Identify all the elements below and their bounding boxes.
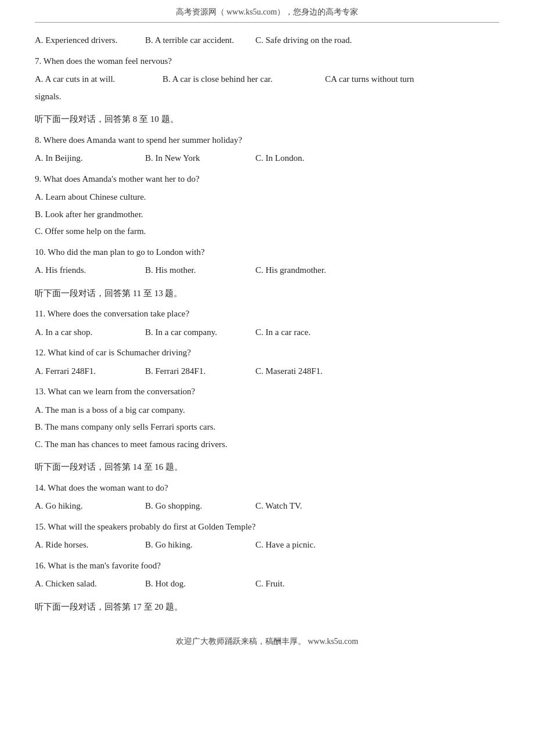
option-col3: CA car turns without turn [325,72,414,87]
options-row: A. Ferrari 248F1.B. Ferrari 284F1.C. Mas… [35,364,499,379]
option-col1: A. A car cuts in at will. [35,72,151,87]
option-2: C. Maserati 248F1. [255,364,348,379]
option-1: B. In New York [145,151,238,166]
single-option: A. The man is a boss of a big car compan… [35,403,499,418]
footer-text: 欢迎广大教师踊跃来稿，稿酬丰厚。 www.ks5u.com [176,637,358,646]
options-row: A. Chicken salad.B. Hot dog.C. Fruit. [35,577,499,592]
question-text: 13. What can we learn from the conversat… [35,384,499,399]
options-row-wrap: A. A car cuts in at will.B. A car is clo… [35,72,499,87]
option-0: A. Experienced drivers. [35,33,128,48]
section-header: 听下面一段对话，回答第 11 至 13 题。 [35,286,499,301]
option-0: A. Ride horses. [35,538,128,553]
option-0: A. In Beijing. [35,151,128,166]
option-2: C. Have a picnic. [255,538,348,553]
page-header: 高考资源网（ www.ks5u.com），您身边的高考专家 [35,0,499,23]
single-option: B. The mans company only sells Ferrari s… [35,420,499,435]
page-footer: 欢迎广大教师踊跃来稿，稿酬丰厚。 www.ks5u.com [35,632,499,647]
option-2: C. Watch TV. [255,499,348,514]
option-1: B. In a car company. [145,325,238,340]
section-header: 听下面一段对话，回答第 8 至 10 题。 [35,112,499,127]
option-1: B. His mother. [145,263,238,278]
option-0: A. Chicken salad. [35,577,128,592]
options-row: A. Ride horses.B. Go hiking.C. Have a pi… [35,538,499,553]
question-text: 8. Where does Amanda want to spend her s… [35,133,499,148]
option-0: A. His friends. [35,263,128,278]
option-1: B. Ferrari 284F1. [145,364,238,379]
header-text: 高考资源网（ www.ks5u.com），您身边的高考专家 [176,8,358,16]
option-0: A. Ferrari 248F1. [35,364,128,379]
options-row: A. His friends.B. His mother.C. His gran… [35,263,499,278]
question-text: 15. What will the speakers probably do f… [35,520,499,535]
question-text: 16. What is the man's favorite food? [35,559,499,574]
option-2: C. His grandmother. [255,263,348,278]
single-option: A. Learn about Chinese culture. [35,190,499,205]
single-option: C. The man has chances to meet famous ra… [35,437,499,452]
question-text: 12. What kind of car is Schumacher drivi… [35,345,499,361]
section-header: 听下面一段对话，回答第 17 至 20 题。 [35,600,499,615]
options-row: A. Go hiking.B. Go shopping.C. Watch TV. [35,499,499,514]
option-2: C. In a car race. [255,325,348,340]
option-1: B. A terrible car accident. [145,33,238,48]
option-2: C. Fruit. [255,577,348,592]
option-2: C. Safe driving on the road. [255,33,352,48]
section-header: 听下面一段对话，回答第 14 至 16 题。 [35,460,499,475]
option-1: B. Hot dog. [145,577,238,592]
options-row: A. Experienced drivers.B. A terrible car… [35,33,499,48]
continuation-text: signals. [35,89,499,105]
question-text: 10. Who did the man plan to go to London… [35,245,499,260]
content-area: A. Experienced drivers.B. A terrible car… [35,33,499,614]
question-text: 11. Where does the conversation take pla… [35,307,499,322]
option-2: C. In London. [255,151,348,166]
question-text: 14. What does the woman want to do? [35,481,499,496]
option-0: A. In a car shop. [35,325,128,340]
page: 高考资源网（ www.ks5u.com），您身边的高考专家 A. Experie… [0,0,534,756]
option-col2: B. A car is close behind her car. [163,72,313,87]
single-option: B. Look after her grandmother. [35,207,499,222]
single-option: C. Offer some help on the farm. [35,224,499,239]
option-0: A. Go hiking. [35,499,128,514]
question-text: 9. What does Amanda's mother want her to… [35,172,499,187]
options-row: A. In a car shop.B. In a car company.C. … [35,325,499,340]
option-1: B. Go shopping. [145,499,238,514]
question-text: 7. When does the woman feel nervous? [35,54,499,69]
option-1: B. Go hiking. [145,538,238,553]
options-row: A. In Beijing.B. In New YorkC. In London… [35,151,499,166]
